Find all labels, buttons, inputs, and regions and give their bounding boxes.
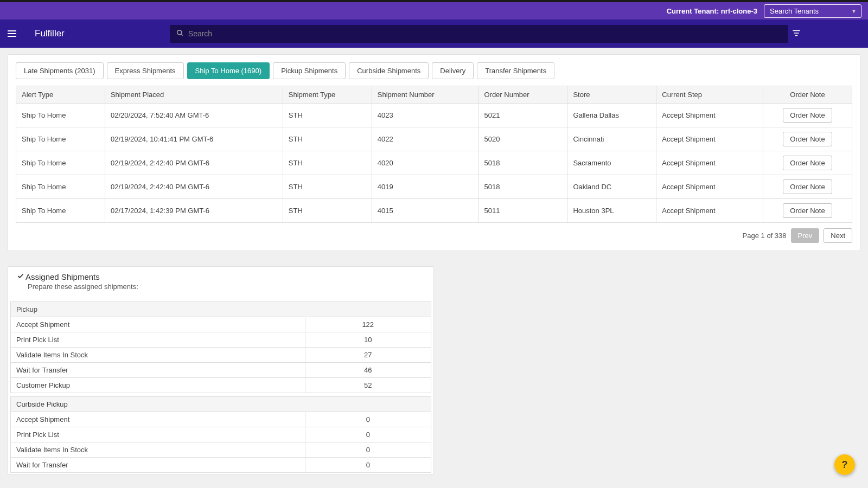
col-header: Shipment Placed [105, 86, 283, 104]
cell-store: Galleria Dallas [567, 104, 656, 127]
cell-alertType: Ship To Home [16, 151, 105, 175]
cell-type: STH [283, 175, 372, 199]
menu-icon[interactable] [8, 30, 16, 37]
step-row[interactable]: Print Pick List0 [11, 427, 431, 442]
order-note-button[interactable]: Order Note [783, 132, 832, 146]
app-title: Fulfiller [35, 28, 65, 39]
cell-order: 5018 [478, 151, 567, 175]
section-header: Curbside Pickup [11, 397, 431, 412]
cell-alertType: Ship To Home [16, 175, 105, 199]
step-name: Accept Shipment [11, 317, 305, 332]
cell-type: STH [283, 151, 372, 175]
tab-4[interactable]: Curbside Shipments [349, 62, 429, 79]
step-row[interactable]: Accept Shipment122 [11, 317, 431, 332]
cell-alertType: Ship To Home [16, 104, 105, 127]
help-icon: ? [842, 459, 848, 471]
cell-order: 5011 [478, 199, 567, 223]
cell-placed: 02/17/2024, 1:42:39 PM GMT-6 [105, 199, 283, 223]
table-row[interactable]: Ship To Home02/19/2024, 2:42:40 PM GMT-6… [16, 175, 852, 199]
svg-line-1 [181, 34, 183, 35]
order-note-button[interactable]: Order Note [783, 179, 832, 194]
svg-rect-4 [795, 35, 798, 36]
tab-1[interactable]: Express Shipments [107, 62, 184, 79]
col-header: Current Step [656, 86, 763, 104]
col-header: Order Number [478, 86, 567, 104]
filter-icon[interactable] [788, 28, 805, 40]
svg-rect-3 [794, 33, 799, 34]
order-note-button[interactable]: Order Note [783, 108, 832, 123]
table-row[interactable]: Ship To Home02/20/2024, 7:52:40 AM GMT-6… [16, 104, 852, 127]
col-header: Store [567, 86, 656, 104]
step-count: 10 [305, 332, 431, 348]
table-row[interactable]: Ship To Home02/19/2024, 10:41:41 PM GMT-… [16, 127, 852, 151]
shipments-panel: Late Shipments (2031)Express ShipmentsSh… [8, 54, 860, 251]
step-row[interactable]: Customer Pickup52 [11, 378, 431, 393]
app-header: Fulfiller [0, 20, 868, 48]
cell-store: Houston 3PL [567, 199, 656, 223]
cell-type: STH [283, 127, 372, 151]
cell-placed: 02/19/2024, 2:42:40 PM GMT-6 [105, 151, 283, 175]
next-button[interactable]: Next [824, 228, 852, 243]
tab-2[interactable]: Ship To Home (1690) [187, 62, 270, 79]
pager: Page 1 of 338 Prev Next [16, 228, 852, 243]
col-header: Shipment Number [372, 86, 478, 104]
order-note-button[interactable]: Order Note [783, 203, 832, 218]
help-button[interactable]: ? [834, 454, 855, 475]
search-box[interactable] [170, 25, 788, 43]
step-row[interactable]: Validate Items In Stock27 [11, 348, 431, 363]
cell-num: 4015 [372, 199, 478, 223]
assigned-section-table: Curbside PickupAccept Shipment0Print Pic… [10, 396, 431, 473]
shipments-table: Alert TypeShipment PlacedShipment TypeSh… [16, 86, 852, 223]
col-header: Order Note [763, 86, 852, 104]
cell-order: 5018 [478, 175, 567, 199]
step-row[interactable]: Validate Items In Stock0 [11, 442, 431, 458]
search-input[interactable] [188, 29, 782, 38]
cell-step: Accept Shipment [656, 151, 763, 175]
cell-order: 5020 [478, 127, 567, 151]
step-count: 0 [305, 458, 431, 473]
cell-step: Accept Shipment [656, 199, 763, 223]
step-name: Print Pick List [11, 332, 305, 348]
step-row[interactable]: Wait for Transfer0 [11, 458, 431, 473]
cell-num: 4023 [372, 104, 478, 127]
checkmark-icon [17, 272, 24, 281]
svg-rect-2 [793, 30, 800, 31]
step-row[interactable]: Wait for Transfer46 [11, 363, 431, 378]
step-count: 0 [305, 412, 431, 427]
table-row[interactable]: Ship To Home02/17/2024, 1:42:39 PM GMT-6… [16, 199, 852, 223]
step-count: 0 [305, 442, 431, 458]
cell-type: STH [283, 104, 372, 127]
step-row[interactable]: Print Pick List10 [11, 332, 431, 348]
tab-6[interactable]: Transfer Shipments [477, 62, 554, 79]
order-note-button[interactable]: Order Note [783, 156, 832, 170]
step-name: Accept Shipment [11, 412, 305, 427]
step-name: Validate Items In Stock [11, 442, 305, 458]
cell-alertType: Ship To Home [16, 127, 105, 151]
cell-step: Accept Shipment [656, 104, 763, 127]
assigned-shipments-title[interactable]: Assigned Shipments [17, 272, 425, 281]
cell-placed: 02/20/2024, 7:52:40 AM GMT-6 [105, 104, 283, 127]
cell-alertType: Ship To Home [16, 199, 105, 223]
tab-3[interactable]: Pickup Shipments [273, 62, 346, 79]
tab-5[interactable]: Delivery [432, 62, 474, 79]
cell-step: Accept Shipment [656, 175, 763, 199]
tenant-select[interactable]: Search Tenants ▼ [764, 4, 861, 18]
section-header: Pickup [11, 302, 431, 317]
table-row[interactable]: Ship To Home02/19/2024, 2:42:40 PM GMT-6… [16, 151, 852, 175]
cell-type: STH [283, 199, 372, 223]
current-tenant-label: Current Tenant: nrf-clone-3 [667, 7, 757, 15]
cell-order: 5021 [478, 104, 567, 127]
step-count: 27 [305, 348, 431, 363]
assigned-shipments-panel: Assigned Shipments Prepare these assigne… [8, 266, 434, 474]
tab-0[interactable]: Late Shipments (2031) [16, 62, 104, 79]
prev-button[interactable]: Prev [791, 228, 820, 243]
cell-placed: 02/19/2024, 2:42:40 PM GMT-6 [105, 175, 283, 199]
cell-num: 4019 [372, 175, 478, 199]
step-name: Validate Items In Stock [11, 348, 305, 363]
step-count: 0 [305, 427, 431, 442]
step-name: Print Pick List [11, 427, 305, 442]
tenant-select-placeholder: Search Tenants [770, 7, 819, 15]
cell-placed: 02/19/2024, 10:41:41 PM GMT-6 [105, 127, 283, 151]
step-row[interactable]: Accept Shipment0 [11, 412, 431, 427]
step-count: 122 [305, 317, 431, 332]
